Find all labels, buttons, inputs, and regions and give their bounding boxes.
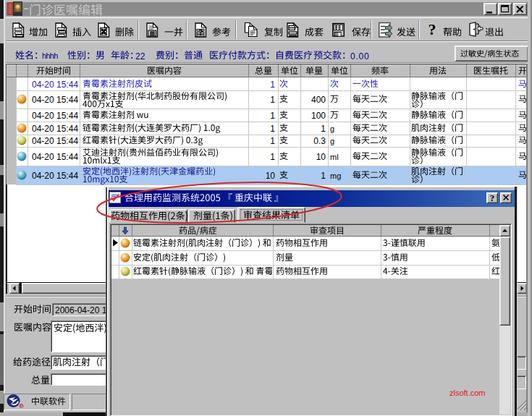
svg-text:?: ? [198, 27, 203, 38]
svg-text:?: ? [490, 192, 495, 203]
svg-text:?: ? [428, 21, 436, 38]
